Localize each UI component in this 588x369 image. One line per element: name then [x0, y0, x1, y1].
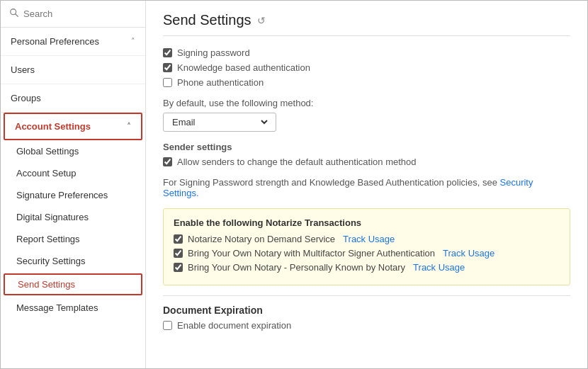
sidebar-item-label: Groups — [11, 93, 41, 103]
allow-senders-label: Allow senders to change the default auth… — [177, 157, 417, 167]
signing-password-row: Signing password — [163, 47, 570, 58]
phone-auth-row: Phone authentication — [163, 77, 570, 88]
sidebar-item-label: Personal Preferences — [11, 36, 99, 47]
sidebar-sub-send-settings[interactable]: Send Settings — [4, 273, 142, 295]
sidebar-sub-digital-signatures[interactable]: Digital Signatures — [1, 206, 145, 228]
sidebar-item-personal-preferences[interactable]: Personal Preferences ˄ — [1, 28, 145, 56]
sender-settings-section: Sender settings Allow senders to change … — [163, 142, 570, 167]
auth-checkboxes-section: Signing password Knowledge based authent… — [163, 47, 570, 88]
notarize-row-2: Bring Your Own Notary - Personally Known… — [174, 262, 560, 273]
notarize-on-demand-checkbox[interactable] — [174, 234, 183, 244]
sidebar-sub-report-settings[interactable]: Report Settings — [1, 228, 145, 250]
sidebar-sub-account-setup[interactable]: Account Setup — [1, 162, 145, 184]
sidebar-sub-security-settings[interactable]: Security Settings — [1, 250, 145, 272]
security-link-text: For Signing Password strength and Knowle… — [163, 177, 570, 198]
app-window: Personal Preferences ˄ Users Groups Acco… — [0, 0, 588, 369]
notarize-row-0: Notarize Notary on Demand Service Track … — [174, 234, 560, 244]
notarize-row-1: Bring Your Own Notary with Multifactor S… — [174, 248, 560, 259]
notarize-on-demand-track-link[interactable]: Track Usage — [343, 234, 395, 244]
page-title: Send Settings — [163, 12, 251, 28]
search-input[interactable] — [23, 8, 137, 19]
divider — [163, 295, 570, 296]
notarize-on-demand-label: Notarize Notary on Demand Service — [188, 234, 335, 244]
chevron-up-icon: ˄ — [127, 122, 131, 131]
allow-senders-checkbox[interactable] — [163, 157, 172, 166]
sidebar-sub-signature-preferences[interactable]: Signature Preferences — [1, 184, 145, 206]
sidebar-item-account-settings[interactable]: Account Settings ˄ — [4, 113, 142, 140]
notarize-box: Enable the following Notarize Transactio… — [163, 208, 570, 285]
notarize-title: Enable the following Notarize Transactio… — [174, 217, 560, 228]
knowledge-based-row: Knowledge based authentication — [163, 62, 570, 73]
search-icon — [9, 8, 19, 20]
sidebar: Personal Preferences ˄ Users Groups Acco… — [1, 1, 146, 368]
phone-auth-checkbox[interactable] — [163, 78, 172, 87]
sidebar-item-groups[interactable]: Groups — [1, 84, 145, 113]
allow-senders-row: Allow senders to change the default auth… — [163, 157, 570, 167]
default-method-label: By default, use the following method: — [163, 98, 570, 108]
notarize-multi-track-link[interactable]: Track Usage — [443, 248, 494, 259]
enable-expiry-checkbox[interactable] — [163, 321, 172, 330]
doc-expiry-title: Document Expiration — [163, 305, 570, 316]
refresh-icon[interactable]: ↺ — [257, 15, 266, 26]
signing-password-label: Signing password — [177, 47, 250, 58]
sidebar-account-settings-label: Account Settings — [15, 121, 91, 132]
knowledge-based-checkbox[interactable] — [163, 63, 172, 72]
signing-password-checkbox[interactable] — [163, 48, 172, 57]
default-method-section: By default, use the following method: Em… — [163, 98, 570, 132]
sender-settings-label: Sender settings — [163, 142, 570, 152]
doc-expiry-section: Document Expiration Enable document expi… — [163, 295, 570, 331]
phone-auth-label: Phone authentication — [177, 77, 264, 88]
notarize-multi-checkbox[interactable] — [174, 249, 183, 258]
notarize-known-label: Bring Your Own Notary - Personally Known… — [188, 262, 405, 273]
knowledge-based-label: Knowledge based authentication — [177, 62, 310, 73]
notarize-known-track-link[interactable]: Track Usage — [413, 262, 465, 273]
notarize-multi-label: Bring Your Own Notary with Multifactor S… — [188, 248, 435, 259]
main-content: Send Settings ↺ Signing password Knowled… — [146, 1, 587, 368]
search-bar[interactable] — [1, 1, 145, 28]
svg-line-1 — [16, 14, 18, 17]
enable-expiry-label: Enable document expiration — [177, 320, 291, 331]
sidebar-sub-global-settings[interactable]: Global Settings — [1, 140, 145, 162]
page-title-row: Send Settings ↺ — [163, 12, 570, 36]
chevron-down-icon: ˄ — [131, 37, 135, 46]
method-select-wrapper[interactable]: Email — [163, 113, 276, 132]
sidebar-sub-message-templates[interactable]: Message Templates — [1, 297, 145, 319]
enable-expiry-row: Enable document expiration — [163, 320, 570, 331]
notarize-known-checkbox[interactable] — [174, 263, 183, 272]
method-select[interactable]: Email — [169, 116, 270, 128]
sidebar-item-users[interactable]: Users — [1, 56, 145, 84]
sidebar-item-label: Users — [11, 64, 35, 75]
